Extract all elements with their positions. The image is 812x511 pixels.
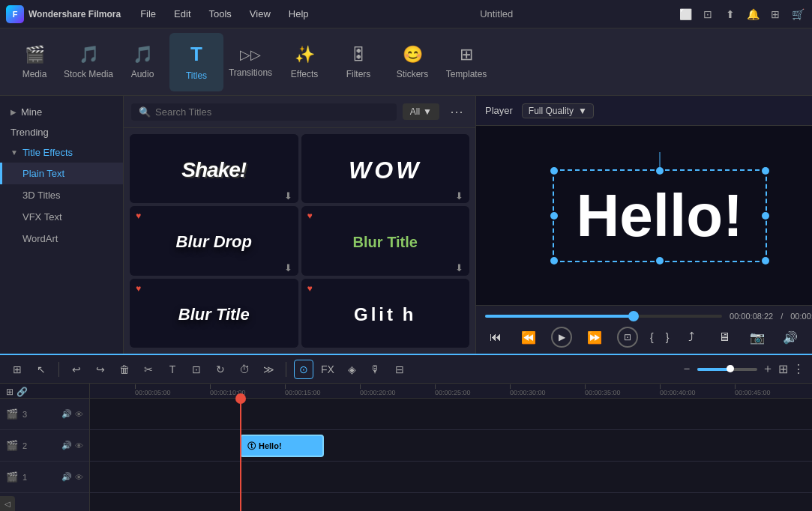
ripple-button[interactable]: ⊙ (294, 360, 313, 379)
screen-icon[interactable]: ⊡ (700, 6, 716, 22)
fx-button[interactable]: FX (318, 360, 337, 379)
download-icon-shake-02[interactable]: ⬇ (455, 190, 463, 202)
toolbar-titles[interactable]: T Titles (169, 33, 223, 91)
menu-file[interactable]: File (133, 5, 163, 22)
tile-blur-03[interactable]: ♥ Blur Drop ⬇ Blur in Title 03 (130, 206, 298, 275)
panel-3d-titles[interactable]: 3D Titles (0, 184, 123, 206)
zoom-plus-button[interactable]: ＋ (762, 361, 774, 377)
handle-bottom-right[interactable] (762, 257, 769, 264)
loop-button[interactable]: ⊡ (617, 327, 638, 348)
ruler-tick-35: 00:00:35:00 (585, 389, 621, 396)
track-3-icon: 🎬 (6, 408, 18, 420)
toolbar-media[interactable]: 🎬 Media (7, 33, 61, 91)
progress-thumb[interactable] (628, 311, 639, 321)
clip-hello[interactable]: ⓣ Hello! (240, 435, 324, 457)
panel-wordart[interactable]: WordArt (0, 228, 123, 250)
step-forward-button[interactable]: ⏩ (584, 327, 605, 348)
settings-timeline-button[interactable]: ⋮ (793, 362, 805, 376)
audio-track-button[interactable]: 🎙 (366, 360, 385, 379)
panel-title-effects[interactable]: ▼ Title Effects (0, 142, 123, 163)
panel-mine[interactable]: ▶ Mine (0, 102, 123, 122)
download-icon-blur-03[interactable]: ⬇ (284, 262, 292, 273)
export-frame-button[interactable]: ⤴ (681, 327, 702, 348)
upload-icon[interactable]: ⬆ (722, 6, 739, 22)
minimize-icon[interactable]: ⬜ (677, 6, 694, 22)
handle-bottom-center[interactable] (656, 257, 664, 264)
handle-top-left[interactable] (550, 167, 558, 175)
download-icon-blur-01[interactable]: ⬇ (455, 262, 463, 273)
toolbar-transitions[interactable]: ▷▷ Transitions (223, 33, 277, 91)
redo-button[interactable]: ↪ (91, 360, 110, 379)
display-mode-button[interactable]: 🖥 (714, 327, 735, 348)
handle-middle-right[interactable] (762, 212, 769, 220)
delete-button[interactable]: 🗑 (115, 360, 134, 379)
tile-glitch-01[interactable]: ♥ Glit h (301, 279, 470, 348)
add-track-inline-button[interactable]: ⊞ (6, 387, 13, 397)
add-track-button[interactable]: ⊞ (7, 360, 27, 379)
handle-bottom-left[interactable] (550, 257, 558, 264)
cut-button[interactable]: ✂ (139, 360, 158, 379)
tile-blur-title2[interactable]: ♥ Blur Title (130, 279, 298, 348)
snap-button[interactable]: 🔗 (16, 387, 28, 397)
search-input-wrap[interactable]: 🔍 (131, 103, 397, 121)
download-icon-shake-01[interactable]: ⬇ (284, 190, 292, 202)
zoom-thumb[interactable] (727, 365, 734, 372)
text-button[interactable]: T (163, 360, 182, 379)
track-2-visible[interactable]: 👁 (75, 441, 83, 450)
more-options-button[interactable]: ⋯ (445, 102, 468, 121)
menu-help[interactable]: Help (281, 5, 316, 22)
quality-select[interactable]: Full Quality ▼ (522, 103, 594, 118)
volume-button[interactable]: 🔊 (780, 327, 801, 348)
search-bar: 🔍 All ▼ ⋯ (124, 96, 475, 128)
toolbar-effects[interactable]: ✨ Effects (277, 33, 331, 91)
filter-button[interactable]: All ▼ (403, 103, 439, 120)
tile-blur-01[interactable]: ♥ Blur Title ⬇ Blur in Title 01 (301, 206, 470, 275)
crop-button[interactable]: ⊡ (187, 360, 206, 379)
track-2-volume[interactable]: 🔊 (61, 441, 72, 450)
track-3-controls: 🔊 👁 (61, 409, 83, 419)
heart-icon-blur-03: ♥ (136, 211, 141, 221)
toolbar-audio[interactable]: 🎵 Audio (115, 33, 169, 91)
play-button[interactable]: ▶ (551, 327, 572, 348)
track-1-visible[interactable]: 👁 (75, 472, 83, 482)
step-back-button[interactable]: ⏪ (518, 327, 539, 348)
grid-icon[interactable]: ⊞ (767, 6, 784, 22)
panel-vfx-text[interactable]: VFX Text (0, 206, 123, 228)
tile-shake-02[interactable]: WOW ⬇ Shake Title 02 (301, 134, 470, 203)
cart-icon[interactable]: 🛒 (790, 6, 806, 22)
menu-edit[interactable]: Edit (166, 5, 198, 22)
track-3-volume[interactable]: 🔊 (61, 409, 72, 419)
tile-shake-01[interactable]: Shake! ⬇ Shake Title 01 (130, 134, 298, 203)
menu-tools[interactable]: Tools (202, 5, 239, 22)
select-tool-button[interactable]: ↖ (31, 360, 51, 379)
skip-back-button[interactable]: ⏮ (485, 327, 506, 348)
mark-in-button[interactable]: { (650, 331, 654, 343)
track-3-visible[interactable]: 👁 (75, 409, 83, 419)
toolbar-stock-media[interactable]: 🎵 Stock Media (61, 33, 115, 91)
undo-button[interactable]: ↩ (67, 360, 86, 379)
search-input[interactable] (155, 106, 389, 118)
toolbar-templates[interactable]: ⊞ Templates (439, 33, 493, 91)
panel-trending[interactable]: Trending (0, 122, 123, 142)
handle-top-right[interactable] (762, 167, 769, 175)
zoom-minus-button[interactable]: － (681, 361, 693, 377)
panel-plain-text[interactable]: Plain Text (0, 163, 123, 184)
group-button[interactable]: ⊟ (390, 360, 409, 379)
handle-middle-left[interactable] (550, 212, 558, 220)
toolbar-filters[interactable]: 🎛 Filters (331, 33, 385, 91)
mark-out-button[interactable]: } (666, 331, 670, 343)
progress-bar[interactable] (485, 315, 722, 318)
ai-button[interactable]: ◈ (342, 360, 361, 379)
more-tools-button[interactable]: ≫ (259, 360, 278, 379)
layout-button[interactable]: ⊞ (778, 362, 788, 376)
snapshot-button[interactable]: 📷 (747, 327, 768, 348)
speed-button[interactable]: ⏱ (235, 360, 254, 379)
handle-top-center[interactable] (656, 167, 664, 175)
track-1-volume[interactable]: 🔊 (61, 472, 72, 482)
notification-icon[interactable]: 🔔 (745, 6, 761, 22)
menu-view[interactable]: View (242, 5, 278, 22)
rotate-button[interactable]: ↻ (211, 360, 230, 379)
timeline-toolbar: ⊞ ↖ ↩ ↪ 🗑 ✂ T ⊡ ↻ ⏱ ≫ ⊙ FX ◈ 🎙 ⊟ － ＋ ⊞ ⋮ (0, 355, 812, 384)
toolbar-stickers[interactable]: 😊 Stickers (385, 33, 439, 91)
zoom-slider[interactable] (697, 368, 757, 371)
